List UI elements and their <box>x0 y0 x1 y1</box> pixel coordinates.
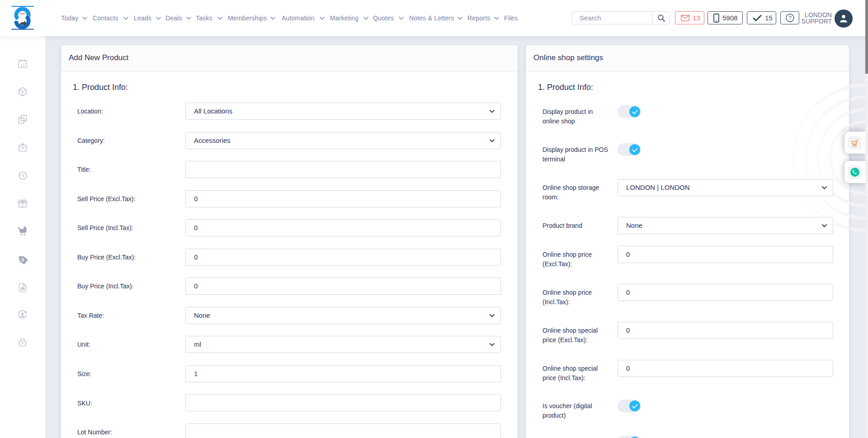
svg-text:12: 12 <box>20 63 25 67</box>
